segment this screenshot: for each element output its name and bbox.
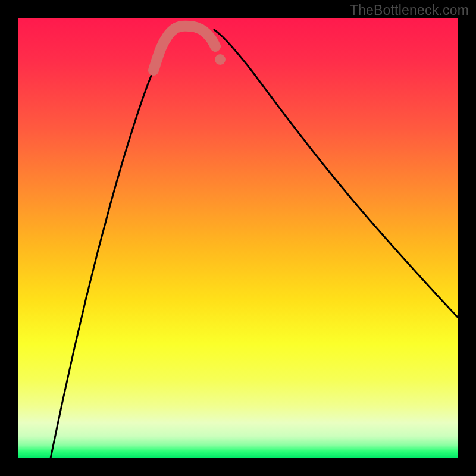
watermark-text: TheBottleneck.com	[350, 2, 469, 18]
curve-right-branch	[214, 30, 458, 318]
pink-dot-marker	[215, 54, 226, 65]
plot-area	[18, 18, 458, 458]
curve-layer	[18, 18, 458, 458]
valley-segment-pink	[154, 26, 215, 70]
chart-frame: TheBottleneck.com	[0, 0, 476, 476]
curve-left-branch	[51, 30, 177, 458]
